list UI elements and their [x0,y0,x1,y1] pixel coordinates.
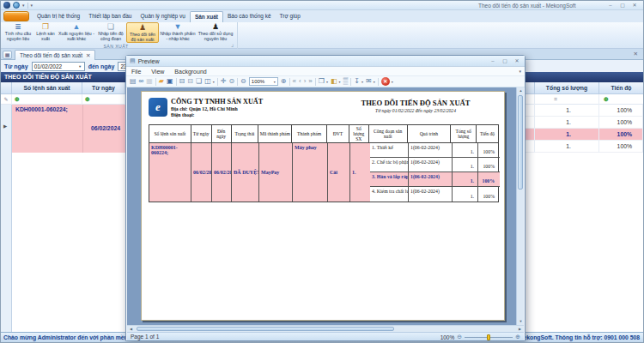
combo-dropdown-icon[interactable]: ▾ [274,80,276,84]
maximize-icon[interactable]: ▢ [618,2,627,9]
open-icon[interactable]: ▰ [159,77,164,86]
qat-customize-icon[interactable]: ▾ [31,2,33,9]
customize-icon[interactable]: ▦ [146,77,153,86]
ribbon-tab-quan-tri-he-thong[interactable]: Quản trị hệ thống [33,11,84,22]
column-header-tien-do[interactable]: Tiến độ [599,82,643,94]
last-page-icon[interactable]: » [308,77,312,86]
scroll-left-icon[interactable]: ◀ [127,326,135,332]
magnifier-icon[interactable]: ⊙ [228,77,234,86]
page-setup-icon[interactable]: ❏ [196,77,202,86]
grid-detail-row-4[interactable]: 1.100% [525,141,642,153]
close-icon[interactable]: ✕ [630,2,639,9]
scale-icon[interactable]: ◫ [204,77,211,86]
watermark-icon[interactable]: ▒ [343,77,349,86]
zoom-out-icon[interactable]: ⊖ [240,77,246,86]
save-icon[interactable]: ▣ [167,77,173,86]
ribbon-tab-bao-cao-thong-ke[interactable]: Báo cáo thống kê [223,11,276,22]
ribbon-button-nhap-tien-do-cong-doan[interactable]: ❏Nhập tiến độ công đoạn [95,22,126,43]
ribbon-button-lenh-san-xuat[interactable]: ❐Lệnh sản xuất [33,22,58,43]
preview-title-bar[interactable]: ▤ Preview – ▢ ✕ [126,56,525,67]
report-column-ma-thanh-pham: Mã thành phẩm [258,125,292,143]
report-column-thanh-pham: Thành phẩm [292,125,327,143]
zoom-slider[interactable] [465,337,513,338]
close-preview-icon[interactable]: ✕ [381,77,390,86]
tab-list-icon[interactable]: ▦ [3,51,12,59]
page-color-icon[interactable]: ◧ [331,77,337,86]
print-icon[interactable]: ⊟ [179,77,185,86]
grid-detail-row-3[interactable]: 1.100% [525,129,642,141]
tab-theo-doi-tien-do-san-xuat[interactable]: Theo dõi tiến độ sản xuất ✕ [15,50,95,60]
company-logo: e [149,98,167,117]
ribbon-tab-tro-giup[interactable]: Trợ giúp [276,11,305,22]
next-page-icon[interactable]: › [304,77,307,86]
ribbon-button-nhap-thanh-pham-nhap-khac[interactable]: ▼Nhập thành phẩm - nhập khác [159,22,197,43]
ribbon-button-theo-doi-su-dung-nguyen-lieu[interactable]: ♟Theo dõi sử dụng nguyên liệu [197,22,234,43]
ribbon-button-tinh-nhu-cau-nguyen-lieu[interactable]: ≣Tính nhu cầu nguyên liệu [3,22,33,43]
ribbon-button-xuat-nguyen-lieu-xuat-khac[interactable]: ▲Xuất nguyên liệu - xuất khác [58,22,95,43]
page-color-icon-dropdown[interactable]: ▾ [339,80,341,84]
ribbon-tab-san-xuat[interactable]: Sản xuất [190,11,223,22]
column-header-tong-so-luong[interactable]: Tổng số lượng [535,82,599,94]
multiple-pages-icon[interactable]: ❒ [319,77,325,86]
report-column-dvt: ĐVT [327,125,349,143]
thumbnails-icon[interactable]: ▤ [130,77,137,86]
column-header-so-lenh-san-xuat[interactable]: Số lệnh sản xuất [12,82,82,94]
menu-view[interactable]: View [146,69,169,75]
filter-edit-icon[interactable]: ⊕ [85,96,90,102]
ribbon-tab-thiet-lap-ban-dau[interactable]: Thiết lập ban đầu [84,11,136,22]
zoom-in-icon[interactable]: ⊕ [515,334,520,340]
preview-minimize-icon[interactable]: – [489,57,497,65]
ribbon-tab-quan-ly-nghiep-vu[interactable]: Quản lý nghiệp vụ [136,11,189,22]
filter-cell-tien-do[interactable]: ⊕ [599,94,643,105]
scale-icon-dropdown[interactable]: ▾ [213,80,215,84]
form-close-icon[interactable]: ✕ [634,51,638,57]
ribbon-button-theo-doi-tien-do-san-xuat[interactable]: ♟Theo dõi tiến độ sản xuất [126,22,159,43]
filter-cell-tong-so-luong[interactable]: = [535,94,599,105]
qat-dropdown-icon[interactable]: ▾ [22,2,25,9]
zoom-in-icon[interactable]: ⊕ [281,77,287,86]
multiple-pages-icon-dropdown[interactable]: ▾ [326,80,328,84]
from-date-dropdown-icon[interactable]: ▾ [76,63,84,70]
filter-cell-tu-ngay[interactable]: ⊕ [82,94,125,105]
menu-file[interactable]: File [126,69,146,75]
zoom-slider-thumb[interactable] [487,334,490,340]
minimize-icon[interactable]: – [606,2,615,9]
close-preview-icon-dropdown[interactable]: ▾ [392,80,393,84]
filter-edit-icon[interactable]: ⊕ [15,96,20,102]
quick-print-icon[interactable]: ⊟ [187,77,193,86]
menu-background[interactable]: Background [169,69,211,75]
preview-vertical-scrollbar[interactable]: ▲ ▼ [516,87,524,325]
scroll-up-icon[interactable]: ▲ [517,87,524,94]
export-icon-dropdown[interactable]: ▾ [361,80,363,84]
send-email-icon[interactable]: ✉ [366,77,372,86]
scroll-down-icon[interactable]: ▼ [517,318,524,325]
zoom-combo[interactable]: 100%▾ [249,77,278,86]
search-icon[interactable]: ∞ [139,77,144,86]
tab-close-icon[interactable]: ✕ [86,52,90,59]
first-page-icon[interactable]: « [293,77,296,86]
send-email-icon-dropdown[interactable]: ▾ [374,80,375,84]
zoom-control: 100% ⊖ ⊕ [440,333,520,341]
scroll-right-icon[interactable]: ▶ [516,326,524,332]
grid-detail-row-2[interactable]: 1.100% [525,117,642,129]
filter-edit-icon[interactable]: ⊕ [604,96,609,102]
application-menu-button[interactable] [3,11,29,21]
export-icon[interactable]: ↧ [354,77,360,86]
app-icon[interactable] [3,2,10,9]
prev-page-icon[interactable]: ‹ [299,77,301,86]
from-date-input[interactable]: 01/02/2022 ▾ [32,62,85,71]
hand-tool-icon[interactable]: ✛ [221,77,227,86]
walking-person-icon: ♟ [212,23,219,31]
horizontal-scroll-thumb[interactable] [137,327,394,331]
globe-icon[interactable] [13,2,20,9]
grid-detail-row-1[interactable]: 1.100% [525,105,642,117]
vertical-scroll-thumb[interactable] [518,95,523,190]
column-header-tu-ngay[interactable]: Từ ngày [82,82,125,94]
preview-close-icon[interactable]: ✕ [513,57,521,65]
preview-maximize-icon[interactable]: ▢ [501,57,509,65]
filter-cell-so-lenh[interactable]: ⊕ [12,94,82,105]
menu-overflow-icon[interactable]: ▾ [519,69,521,74]
cell-spacer [525,105,535,117]
zoom-out-icon[interactable]: ⊖ [457,334,462,340]
preview-horizontal-scrollbar[interactable]: ◀ ▶ [127,325,524,332]
